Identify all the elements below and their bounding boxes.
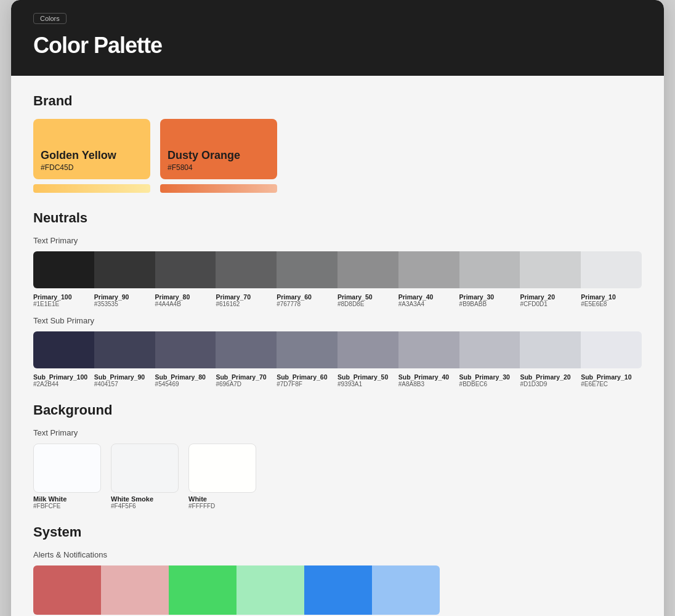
primary-80-swatch [155,251,216,288]
sub-primary-10-label: Sub_Primary_10#E6E7EC [581,371,642,387]
sub-primary-70-swatch [216,331,277,368]
sub-primary-90-swatch [94,331,155,368]
primary-30-swatch [459,251,520,288]
sub-primary-labels-row: Sub_Primary_100#2A2B44 Sub_Primary_90#40… [33,371,642,387]
primary-100-swatch [33,251,94,288]
golden-yellow-name: Golden Yellow [41,149,143,162]
primary-10-swatch [581,251,642,288]
indian-red-50-swatch [101,565,169,615]
brand-title: Brand [33,93,642,109]
white-smoke-label: White Smoke #F4F5F6 [111,495,179,509]
header-section: Colors Color Palette [11,0,664,76]
white-smoke-swatch [111,444,179,493]
primary-10-label: Primary_10#E5E6E8 [581,291,642,307]
sub-primary-60-swatch [277,331,338,368]
sub-primary-40-label: Sub_Primary_40#A8A8B3 [398,371,459,387]
golden-yellow-swatch: Golden Yellow #FDC45D [33,119,150,179]
sub-primary-100-label: Sub_Primary_100#2A2B44 [33,371,94,387]
sub-primary-30-swatch [459,331,520,368]
sub-primary-60-label: Sub_Primary_60#7D7F8F [277,371,338,387]
primary-50-swatch [338,251,398,288]
background-title: Background [33,402,642,418]
sub-primary-40-swatch [398,331,459,368]
brand-gradients-row [33,184,642,193]
background-section: Background Text Primary Milk White #FBFC… [33,402,642,509]
primary-40-label: Primary_40#A3A3A4 [398,291,459,307]
bg-labels-row: Milk White #FBFCFE White Smoke #F4F5F6 W… [33,495,642,509]
fresh-green-swatch [169,565,236,615]
sub-primary-20-label: Sub_Primary_20#D1D3D9 [520,371,581,387]
bg-text-primary-label: Text Primary [33,428,642,437]
primary-swatches-row [33,251,642,288]
primary-60-label: Primary_60#767778 [277,291,338,307]
breadcrumb: Colors [33,13,67,24]
sub-primary-20-swatch [520,331,581,368]
dusty-orange-gradient [160,184,277,193]
neutrals-section: Neutrals Text Primary Primary_100#1E1E1E… [33,210,642,387]
primary-40-swatch [398,251,459,288]
system-section: System Alerts & Notifications Indian Red… [33,524,642,616]
sub-primary-10-swatch [581,331,642,368]
golden-yellow-hex: #FDC45D [41,163,143,172]
text-sub-primary-label: Text Sub Primary [33,316,642,325]
sub-primary-50-swatch [338,331,398,368]
sub-primary-70-label: Sub_Primary_70#696A7D [216,371,277,387]
sub-primary-80-swatch [155,331,216,368]
alerts-label: Alerts & Notifications [33,550,642,559]
bleu-de-france-swatch [304,565,372,615]
brand-swatches-row: Golden Yellow #FDC45D Dusty Orange #F580… [33,119,642,179]
dusty-orange-name: Dusty Orange [168,149,270,162]
dusty-orange-swatch: Dusty Orange #F5804 [160,119,277,179]
primary-70-swatch [216,251,277,288]
fresh-green-50-swatch [236,565,304,615]
alerts-swatches-row [33,565,642,615]
indian-red-swatch [33,565,101,615]
primary-20-label: Primary_20#CFD0D1 [520,291,581,307]
sub-primary-swatches-row [33,331,642,368]
bleu-de-france-50-swatch [372,565,440,615]
sub-primary-30-label: Sub_Primary_30#BDBEC6 [459,371,520,387]
main-window: Colors Color Palette Brand Golden Yellow… [11,0,664,616]
golden-yellow-gradient [33,184,150,193]
primary-90-label: Primary_90#353535 [94,291,155,307]
sub-primary-100-swatch [33,331,94,368]
sub-primary-50-label: Sub_Primary_50#9393A1 [338,371,398,387]
primary-90-swatch [94,251,155,288]
primary-60-swatch [277,251,338,288]
primary-70-label: Primary_70#616162 [216,291,277,307]
primary-80-label: Primary_80#4A4A4B [155,291,216,307]
white-swatch [188,444,256,493]
primary-100-label: Primary_100#1E1E1E [33,291,94,307]
sub-primary-90-label: Sub_Primary_90#404157 [94,371,155,387]
text-primary-label: Text Primary [33,236,642,245]
sub-primary-80-label: Sub_Primary_80#545469 [155,371,216,387]
neutrals-title: Neutrals [33,210,642,226]
milk-white-label: Milk White #FBFCFE [33,495,101,509]
dusty-orange-hex: #F5804 [168,163,270,172]
milk-white-swatch [33,444,101,493]
primary-30-label: Primary_30#B9BABB [459,291,520,307]
system-title: System [33,524,642,540]
primary-labels-row: Primary_100#1E1E1E Primary_90#353535 Pri… [33,291,642,307]
bg-swatches-row [33,444,642,493]
primary-20-swatch [520,251,581,288]
primary-50-label: Primary_50#8D8D8E [338,291,398,307]
brand-section: Brand Golden Yellow #FDC45D Dusty Orange… [33,93,642,193]
content-area: Brand Golden Yellow #FDC45D Dusty Orange… [11,76,664,616]
page-title: Color Palette [33,33,642,59]
white-label: White #FFFFFD [188,495,256,509]
